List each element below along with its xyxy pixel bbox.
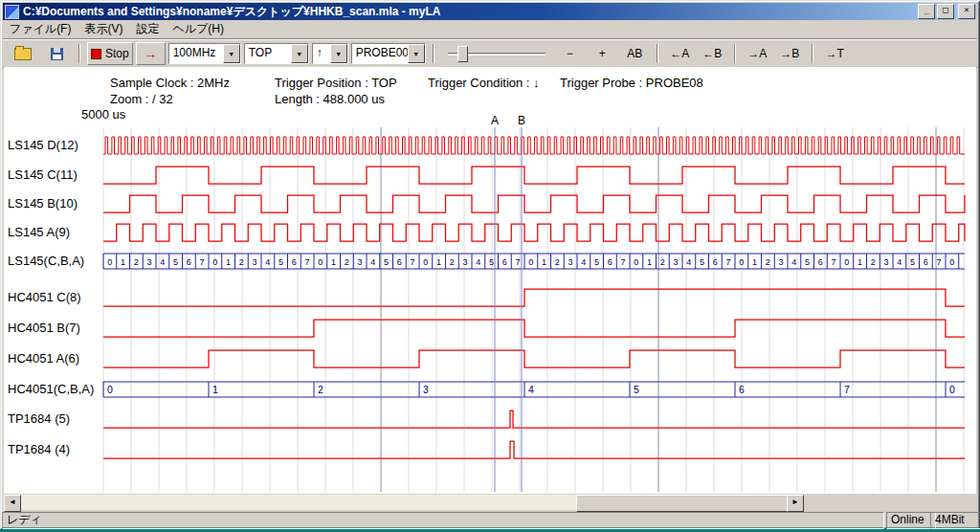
channel-label: TP1684 (5): [8, 411, 70, 426]
trigger-probe-info: Trigger Probe : PROBE08: [560, 76, 703, 90]
channel-label: LS145 C(11): [8, 167, 78, 182]
toolbar: Stop → 100MHz ▼ TOP ▼ ↑ ▼ PROBE00 ▼ − + …: [3, 39, 977, 68]
minimize-button[interactable]: _: [918, 4, 935, 19]
stop-label: Stop: [105, 47, 129, 60]
menu-help[interactable]: ヘルプ(H): [166, 19, 231, 39]
save-floppy-icon: [51, 48, 63, 60]
channel-label: HC4051 C(8): [8, 290, 81, 304]
scroll-left-icon[interactable]: ◄: [4, 495, 21, 512]
zoom-in-button[interactable]: +: [588, 42, 617, 65]
open-folder-icon: [14, 48, 32, 60]
trigger-probe-select[interactable]: PROBE00 ▼: [351, 43, 426, 64]
app-icon: [5, 5, 19, 19]
stop-icon: [91, 49, 101, 59]
channel-label: LS145 B(10): [8, 196, 78, 211]
run-button[interactable]: →: [136, 42, 166, 65]
app-window: C:¥Documents and Settings¥noname¥デスクトップ¥…: [0, 0, 980, 529]
zoom-out-button[interactable]: −: [555, 42, 585, 65]
trigger-position-value: TOP: [245, 44, 291, 63]
sample-clock-info: Sample Clock : 2MHz: [110, 76, 230, 90]
goto-trigger-button[interactable]: →T: [820, 42, 850, 65]
title-bar[interactable]: C:¥Documents and Settings¥noname¥デスクトップ¥…: [3, 3, 977, 20]
close-button[interactable]: ×: [958, 4, 975, 19]
waveform-panel[interactable]: [4, 67, 976, 494]
sample-rate-value: 100MHz: [169, 44, 223, 63]
channel-label: LS145(C,B,A): [8, 254, 84, 268]
zoom-info: Zoom : / 32: [110, 92, 173, 106]
length-info: Length : 488.000 us: [275, 92, 385, 106]
ab-button[interactable]: AB: [620, 42, 650, 65]
status-online: Online: [886, 512, 936, 529]
zoom-slider-thumb[interactable]: [457, 46, 468, 62]
trigger-edge-select[interactable]: ↑ ▼: [312, 43, 348, 64]
channel-label: TP1684 (4): [8, 442, 70, 456]
channel-label: LS145 D(12): [8, 138, 78, 152]
channel-label: HC4051 B(7): [8, 321, 80, 335]
next-b-button[interactable]: →B: [775, 42, 805, 65]
chevron-down-icon[interactable]: ▼: [330, 44, 347, 63]
menu-view[interactable]: 表示(V): [78, 19, 129, 39]
scrollbar-thumb[interactable]: [576, 495, 791, 512]
scroll-right-icon[interactable]: ►: [787, 495, 804, 512]
desktop: C:¥Documents and Settings¥noname¥デスクトップ¥…: [0, 0, 980, 532]
channel-label: HC4051 A(6): [8, 351, 79, 366]
channel-label: HC4051(C,B,A): [8, 382, 94, 396]
toolbar-separator: [812, 44, 813, 63]
window-title: C:¥Documents and Settings¥noname¥デスクトップ¥…: [19, 4, 918, 20]
toolbar-separator: [78, 44, 80, 63]
chevron-down-icon[interactable]: ▼: [223, 44, 240, 63]
status-ready: レディ: [2, 512, 884, 529]
trigger-edge-value: ↑: [313, 44, 330, 63]
open-file-button[interactable]: [8, 42, 38, 65]
trigger-probe-value: PROBE00: [352, 44, 408, 63]
prev-b-button[interactable]: ←B: [698, 42, 727, 65]
time-origin-label: 5000 us: [81, 107, 125, 122]
next-a-button[interactable]: →A: [743, 42, 772, 65]
toolbar-separator: [657, 44, 658, 63]
menu-bar: ファイル(F) 表示(V) 設定 ヘルプ(H): [3, 20, 977, 39]
toolbar-separator: [734, 44, 736, 63]
chevron-down-icon[interactable]: ▼: [291, 44, 308, 63]
run-arrow-icon: →: [144, 46, 157, 61]
sample-rate-select[interactable]: 100MHz ▼: [168, 43, 241, 64]
trigger-position-info: Trigger Position : TOP: [275, 76, 397, 90]
trigger-position-select[interactable]: TOP ▼: [244, 43, 309, 64]
horizontal-scrollbar[interactable]: ◄ ►: [4, 495, 804, 510]
status-memory: 4MBit: [930, 512, 980, 529]
stop-button[interactable]: Stop: [87, 42, 133, 65]
channel-label: LS145 A(9): [8, 225, 70, 239]
save-file-button[interactable]: [41, 42, 72, 65]
trigger-condition-info: Trigger Condition : ↓: [428, 76, 540, 90]
chevron-down-icon[interactable]: ▼: [408, 44, 425, 63]
prev-a-button[interactable]: ←A: [665, 42, 695, 65]
toolbar-separator: [433, 44, 434, 63]
menu-file[interactable]: ファイル(F): [3, 19, 78, 39]
maximize-button[interactable]: □: [937, 4, 954, 19]
menu-settings[interactable]: 設定: [129, 19, 166, 39]
zoom-slider[interactable]: [446, 44, 547, 63]
